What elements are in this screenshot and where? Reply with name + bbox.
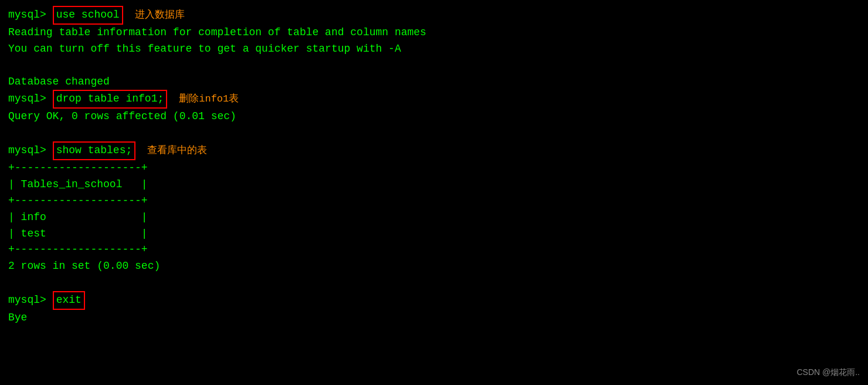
prompt-2: mysql> (8, 91, 53, 107)
annotation-use-school: 进入数据库 (135, 8, 185, 23)
output-query-ok: Query OK, 0 rows affected (0.01 sec) (8, 109, 236, 125)
prompt-1: mysql> (8, 7, 53, 23)
line-rows-in-set: 2 rows in set (0.00 sec) (8, 258, 860, 275)
line-use-school: mysql> use school 进入数据库 (8, 6, 860, 25)
line-reading: Reading table information for completion… (8, 25, 860, 41)
cmd-use-school: use school (53, 6, 123, 25)
line-drop-table: mysql> drop table info1; 删除info1表 (8, 90, 860, 109)
terminal-window: mysql> use school 进入数据库 Reading table in… (0, 0, 868, 385)
cmd-drop-table: drop table info1; (53, 90, 168, 109)
blank-2 (8, 125, 860, 141)
line-show-tables: mysql> show tables; 查看库中的表 (8, 141, 860, 160)
line-you-can: You can turn off this feature to get a q… (8, 41, 860, 58)
output-db-changed: Database changed (8, 74, 110, 90)
output-you-can: You can turn off this feature to get a q… (8, 41, 401, 58)
blank-1 (8, 58, 860, 74)
line-query-ok: Query OK, 0 rows affected (0.01 sec) (8, 109, 860, 125)
table-row-border-top: +--------------------+ (8, 160, 860, 177)
annotation-show-tables: 查看库中的表 (147, 143, 207, 158)
prompt-4: mysql> (8, 292, 53, 309)
line-db-changed: Database changed (8, 74, 860, 90)
prompt-3: mysql> (8, 143, 53, 159)
cmd-exit: exit (53, 291, 85, 310)
line-bye: Bye (8, 310, 860, 326)
blank-3 (8, 275, 860, 291)
output-rows-in-set: 2 rows in set (0.00 sec) (8, 258, 160, 275)
table-row-info: | info | (8, 210, 860, 226)
cmd-show-tables: show tables; (53, 141, 136, 160)
annotation-drop-table: 删除info1表 (179, 92, 239, 107)
table-row-header: | Tables_in_school | (8, 177, 860, 193)
table-output: +--------------------+ | Tables_in_schoo… (8, 160, 860, 258)
table-row-test: | test | (8, 226, 860, 242)
watermark: CSDN @烟花雨.. (796, 366, 860, 379)
table-row-border-bottom: +--------------------+ (8, 242, 860, 258)
table-row-border-mid: +--------------------+ (8, 193, 860, 210)
output-bye: Bye (8, 310, 27, 326)
output-reading: Reading table information for completion… (8, 25, 426, 41)
line-exit: mysql> exit (8, 291, 860, 310)
